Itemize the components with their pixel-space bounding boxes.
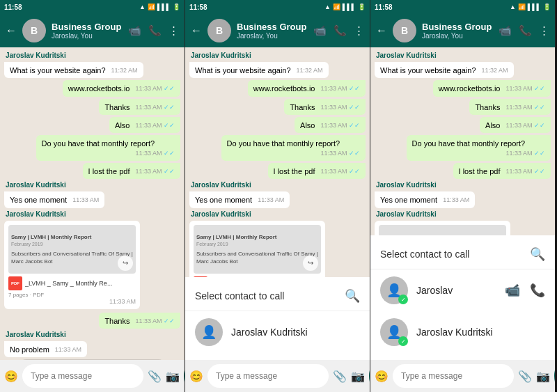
menu-button[interactable]: ⋮ xyxy=(168,24,179,37)
status-icons: ▲ 📶 ▌▌▌ 🔋 xyxy=(324,3,366,10)
time: 11:58 xyxy=(189,3,207,11)
signal-icon: ▌▌▌ xyxy=(343,3,356,10)
overlay-header: Select contact to call 🔍 xyxy=(185,284,370,311)
message-bubble-incoming: Yes one moment11:33 AM xyxy=(189,191,290,207)
message-text: Also xyxy=(300,121,315,130)
video-call-button[interactable]: 📹 xyxy=(128,24,141,37)
wifi-icon: 📶 xyxy=(333,3,340,10)
message-time: 11:32 AM xyxy=(482,67,508,75)
contact-item[interactable]: 👤 ✓ Jaroslav 📹📞 xyxy=(370,269,555,311)
call-button[interactable]: 📞 xyxy=(519,24,532,37)
contact-item[interactable]: 👤 ✓ Jaroslav Kudritski xyxy=(370,311,555,353)
camera-button[interactable]: 📷 xyxy=(166,366,180,386)
message-text: Thanks xyxy=(290,103,315,111)
message-text: No problem xyxy=(10,345,49,354)
message-input[interactable] xyxy=(22,364,143,388)
network-icon: ▲ xyxy=(139,3,146,10)
menu-button[interactable]: ⋮ xyxy=(354,24,364,37)
contact-name: Jaroslav Kudritski xyxy=(231,327,308,338)
search-contacts-button[interactable]: 🔍 xyxy=(530,246,545,262)
message-bubble-incoming: What is your website again?11:32 AM xyxy=(4,62,143,78)
attach-button[interactable]: 📎 xyxy=(148,366,162,386)
message-input[interactable] xyxy=(393,364,514,388)
message-time: 11:33 AM ✓✓ xyxy=(505,168,545,176)
message-time: 11:33 AM xyxy=(72,196,99,205)
chat-header: ← B Business Group Jaroslav, You 📹 📞 ⋮ xyxy=(370,14,555,47)
search-contacts-button[interactable]: 🔍 xyxy=(345,288,360,304)
group-avatar: B xyxy=(393,19,416,42)
panel-2: 11:58 ▲ 📶 ▌▌▌ 🔋 ← B Business Group Jaros… xyxy=(185,0,370,392)
pdf-attachment[interactable]: Samy | LVMH | Monthly Report February 20… xyxy=(4,221,140,309)
back-button[interactable]: ← xyxy=(376,24,387,37)
group-avatar: B xyxy=(22,19,46,42)
sender-name: Jaroslav Kudritski xyxy=(6,52,180,59)
status-bar: 11:58 ▲ 📶 ▌▌▌ 🔋 xyxy=(370,0,555,14)
camera-button[interactable]: 📷 xyxy=(536,366,550,386)
read-tick: ✓✓ xyxy=(349,104,360,111)
status-icons: ▲ 📶 ▌▌▌ 🔋 xyxy=(510,3,551,10)
call-button[interactable]: 📞 xyxy=(148,24,162,37)
message-text: Yes one moment xyxy=(10,196,67,204)
message-text: Do you have that monthly report? xyxy=(42,139,155,148)
camera-button[interactable]: 📷 xyxy=(351,366,365,386)
read-tick: ✓✓ xyxy=(534,122,545,129)
message-time: 11:33 AM ✓✓ xyxy=(135,104,175,112)
attach-button[interactable]: 📎 xyxy=(518,366,532,386)
video-call-button[interactable]: 📹 xyxy=(313,24,327,37)
message-bubble-outgoing: www.rocketbots.io11:33 AM ✓✓ xyxy=(63,80,180,96)
video-call-contact-button[interactable]: 📹 xyxy=(505,283,520,298)
message-text: Do you have that monthly report? xyxy=(412,139,526,148)
read-tick: ✓✓ xyxy=(349,150,360,157)
overlay-title: Select contact to call xyxy=(195,290,284,301)
message-text: Also xyxy=(115,121,130,130)
status-icons: ▲ 📶 ▌▌▌ 🔋 xyxy=(139,3,180,10)
message-bubble-outgoing: Also11:33 AM ✓✓ xyxy=(480,117,551,133)
message-bubble-outgoing: I lost the pdf11:33 AM ✓✓ xyxy=(268,163,366,179)
back-button[interactable]: ← xyxy=(191,24,202,37)
message-input[interactable] xyxy=(207,364,329,388)
signal-icon: ▌▌▌ xyxy=(157,3,171,10)
read-tick: ✓✓ xyxy=(534,85,545,92)
menu-button[interactable]: ⋮ xyxy=(539,24,549,37)
sender-name: Jaroslav Kudritski xyxy=(376,181,551,189)
message-bubble-outgoing: www.rocketbots.io11:33 AM ✓✓ xyxy=(433,80,551,96)
message-bubble-outgoing: Thanks11:33 AM ✓✓ xyxy=(469,99,551,115)
message-time: 11:32 AM xyxy=(111,67,138,75)
status-bar: 11:58 ▲ 📶 ▌▌▌ 🔋 xyxy=(0,0,185,14)
read-tick: ✓✓ xyxy=(534,150,545,157)
overlay-title: Select contact to call xyxy=(380,249,469,260)
message-time: 11:33 AM xyxy=(443,196,469,205)
read-tick: ✓✓ xyxy=(349,122,360,129)
video-call-button[interactable]: 📹 xyxy=(499,24,512,37)
emoji-button[interactable]: 😊 xyxy=(375,366,389,386)
message-time: 11:33 AM ✓✓ xyxy=(135,168,175,176)
emoji-button[interactable]: 😊 xyxy=(4,366,18,386)
wifi-icon: 📶 xyxy=(518,3,526,10)
call-button[interactable]: 📞 xyxy=(334,24,347,37)
message-bubble-incoming: What is your website again?11:32 AM xyxy=(375,62,514,78)
sender-name: Jaroslav Kudritski xyxy=(191,210,366,218)
status-bar: 11:58 ▲ 📶 ▌▌▌ 🔋 xyxy=(185,0,370,14)
contact-name: Jaroslav xyxy=(416,285,453,296)
group-avatar: B xyxy=(207,19,231,42)
emoji-button[interactable]: 😊 xyxy=(189,366,203,386)
group-members: Jaroslav, You xyxy=(422,32,493,40)
message-text: I lost the pdf xyxy=(459,167,501,175)
network-icon: ▲ xyxy=(510,3,516,10)
pdf-footer: PDF _LVMH _ Samy _ Monthly Re... xyxy=(8,276,136,290)
message-bubble-outgoing: www.rocketbots.io11:33 AM ✓✓ xyxy=(248,80,366,96)
message-bubble-outgoing: Do you have that monthly report?11:33 AM… xyxy=(36,135,180,161)
attach-button[interactable]: 📎 xyxy=(333,366,347,386)
sender-name: Jaroslav Kudritski xyxy=(6,331,180,338)
pdf-icon: PDF xyxy=(8,276,22,290)
contact-item[interactable]: 👤 Jaroslav Kudritski xyxy=(185,311,370,353)
header-actions: 📹 📞 ⋮ xyxy=(128,24,179,37)
message-bubble-outgoing: Thanks11:33 AM ✓✓ xyxy=(99,313,180,329)
call-contact-button[interactable]: 📞 xyxy=(530,283,545,298)
contact-avatar: 👤 ✓ xyxy=(380,276,408,304)
message-text: Yes one moment xyxy=(380,196,437,204)
mic-button[interactable]: 🎤 xyxy=(554,363,556,389)
read-tick: ✓✓ xyxy=(349,85,360,92)
group-members: Jaroslav, You xyxy=(237,32,308,40)
back-button[interactable]: ← xyxy=(6,24,17,37)
